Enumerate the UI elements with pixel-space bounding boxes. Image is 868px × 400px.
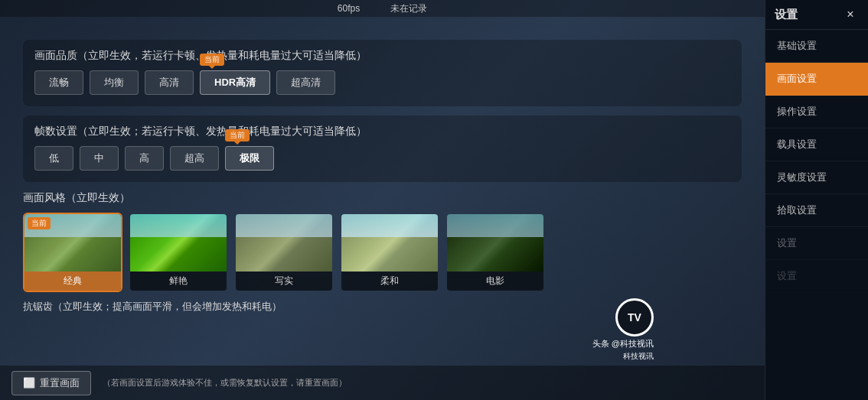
fps-btn-low[interactable]: 低 [34, 146, 73, 171]
style-section: 画面风格（立即生效） 当前 经典 鲜艳 写实 柔和 [23, 191, 742, 292]
sidebar: 设置 × 基础设置 画面设置 操作设置 载具设置 灵敏度设置 拾取设置 设置 设… [765, 0, 868, 400]
style-img-soft [341, 214, 439, 272]
reset-icon: ⬜ [23, 377, 35, 389]
antialiasing-title: 抗锯齿（立即生效；提高画面平滑，但会增加发热和耗电） [23, 301, 282, 312]
reset-hint: （若画面设置后游戏体验不佳，或需恢复默认设置，请重置画面） [103, 377, 347, 389]
fps-btn-row: 低 中 高 超高 当前 极限 [34, 146, 730, 171]
watermark: TV 头条 @科技视讯 科技视讯 [592, 298, 654, 362]
fps-section: 帧数设置（立即生效；若运行卡顿、发热量和耗电量过大可适当降低） 低 中 高 超高… [23, 115, 742, 182]
sidebar-item-settings1[interactable]: 设置 [765, 227, 868, 260]
sidebar-item-settings2[interactable]: 设置 [765, 260, 868, 293]
quality-section: 画面品质（立即生效，若运行卡顿、发热量和耗电量过大可适当降低） 流畅 均衡 高清… [23, 40, 742, 106]
quality-btn-hdr[interactable]: HDR高清 [200, 70, 270, 95]
style-img-cinema [447, 214, 545, 272]
main-content: 60fps 未在记录 画面品质（立即生效，若运行卡顿、发热量和耗电量过大可适当降… [0, 0, 765, 400]
style-cards: 当前 经典 鲜艳 写实 柔和 电影 [23, 213, 742, 292]
watermark-logo-text: TV [628, 311, 641, 324]
quality-current-badge: 当前 [200, 54, 224, 66]
fps-btn-max-wrapper: 当前 极限 [225, 146, 274, 171]
fps-btn-max[interactable]: 极限 [225, 146, 274, 171]
style-label-cinema: 电影 [447, 272, 543, 291]
style-card-vivid[interactable]: 鲜艳 [129, 213, 228, 292]
sidebar-item-controls[interactable]: 操作设置 [765, 96, 868, 128]
quality-title: 画面品质（立即生效，若运行卡顿、发热量和耗电量过大可适当降低） [34, 49, 730, 63]
fps-btn-mid[interactable]: 中 [80, 146, 119, 171]
style-card-cinema[interactable]: 电影 [445, 213, 545, 292]
close-button[interactable]: × [842, 6, 859, 23]
bottom-bar: ⬜ 重置画面 （若画面设置后游戏体验不佳，或需恢复默认设置，请重置画面） [0, 366, 765, 400]
style-img-realistic [236, 214, 334, 272]
style-title: 画面风格（立即生效） [23, 191, 742, 205]
sidebar-item-display[interactable]: 画面设置 [765, 63, 868, 96]
top-bar: 60fps 未在记录 [0, 0, 765, 17]
quality-btn-balanced[interactable]: 均衡 [90, 70, 139, 95]
fps-current-badge: 当前 [225, 129, 250, 141]
style-label-vivid: 鲜艳 [130, 272, 227, 291]
quality-btn-smooth[interactable]: 流畅 [34, 70, 83, 95]
fps-btn-high[interactable]: 高 [125, 146, 164, 171]
style-current-badge: 当前 [28, 217, 51, 229]
style-card-classic[interactable]: 当前 经典 [23, 213, 122, 292]
quality-btn-hdr-wrapper: 当前 HDR高清 [200, 70, 270, 95]
fps-btn-ultra[interactable]: 超高 [170, 146, 219, 171]
style-label-realistic: 写实 [236, 272, 332, 291]
style-label-classic: 经典 [24, 272, 121, 291]
record-status: 未在记录 [390, 2, 427, 15]
quality-btn-ultra[interactable]: 超高清 [276, 70, 335, 95]
quality-btn-hd[interactable]: 高清 [145, 70, 194, 95]
sidebar-item-sensitivity[interactable]: 灵敏度设置 [765, 161, 868, 194]
fps-indicator: 60fps [338, 3, 360, 14]
watermark-sub: 科技视讯 [623, 351, 654, 362]
sidebar-title: 设置 [775, 8, 798, 22]
sidebar-item-basic[interactable]: 基础设置 [765, 30, 868, 63]
sidebar-header: 设置 × [765, 0, 868, 30]
fps-title: 帧数设置（立即生效；若运行卡顿、发热量和耗电量过大可适当降低） [34, 125, 730, 138]
sidebar-item-vehicle[interactable]: 载具设置 [765, 128, 868, 161]
watermark-brand: 头条 @科技视讯 [592, 338, 654, 350]
settings-panel: 画面品质（立即生效，若运行卡顿、发热量和耗电量过大可适当降低） 流畅 均衡 高清… [15, 32, 749, 321]
style-card-soft[interactable]: 柔和 [340, 213, 439, 292]
style-img-vivid [130, 214, 228, 272]
sidebar-item-pickup[interactable]: 拾取设置 [765, 194, 868, 227]
watermark-logo: TV [615, 298, 654, 337]
reset-label: 重置画面 [40, 376, 80, 390]
quality-btn-row: 流畅 均衡 高清 当前 HDR高清 超高清 [34, 70, 730, 95]
reset-button[interactable]: ⬜ 重置画面 [11, 371, 91, 395]
style-label-soft: 柔和 [341, 272, 438, 291]
style-card-realistic[interactable]: 写实 [234, 213, 334, 292]
